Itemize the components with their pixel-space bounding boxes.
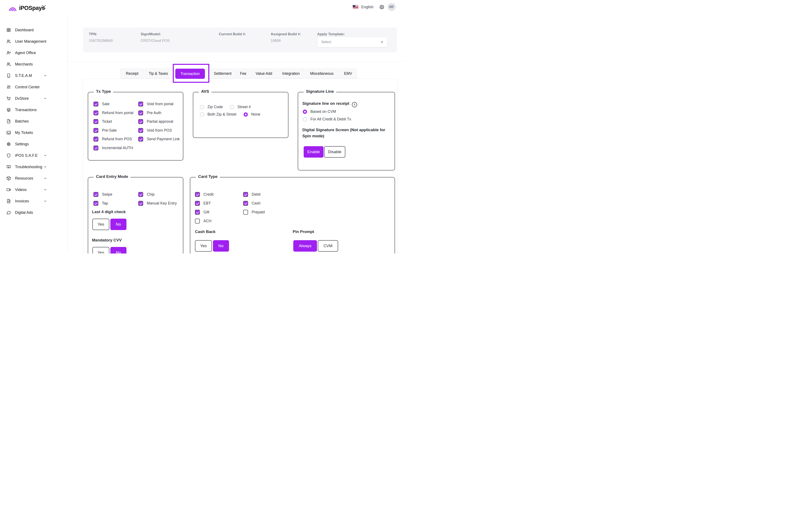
cash-back-yes-button[interactable]: Yes: [195, 240, 212, 251]
checkbox: [138, 128, 143, 133]
checkbox-ebt[interactable]: EBT: [195, 201, 211, 206]
sidebar-item-transactions[interactable]: Transactions: [0, 104, 67, 116]
sidebar-item-label: Digital Ads: [15, 210, 33, 215]
mandatory-cvv-heading: Mandatory CVV: [92, 238, 121, 242]
chevron-down-icon: [44, 200, 47, 203]
checkbox-void-from-pos[interactable]: Void from POS: [138, 128, 172, 133]
cash-back-no-button[interactable]: No: [213, 240, 229, 251]
checkbox-tap[interactable]: Tap: [94, 201, 108, 206]
pin-prompt-cvm-button[interactable]: CVM: [318, 240, 338, 251]
avatar[interactable]: MF: [388, 3, 396, 11]
sidebar-item-dashboard[interactable]: Dashboard: [0, 24, 67, 36]
checkbox-refund-from-portal[interactable]: Refund from portal: [94, 110, 134, 115]
last4-no-button[interactable]: No: [110, 219, 126, 230]
info-sign-model: Sign/Model: CRDT/Cloud POS: [141, 32, 169, 43]
checkbox-cash[interactable]: Cash: [243, 201, 260, 206]
help-icon[interactable]: ?: [352, 102, 357, 107]
sidebar-item-digital-ads[interactable]: Digital Ads: [0, 207, 67, 218]
sidebar-item-steam[interactable]: S.T.E.A.M: [0, 70, 67, 81]
checkbox-credit[interactable]: Credit: [195, 192, 214, 197]
language-selector[interactable]: English: [361, 5, 373, 9]
sidebar-item-videos[interactable]: Videos: [0, 184, 67, 195]
sidebar-item-label: Invoices: [15, 199, 29, 204]
checkbox-incremental-auth[interactable]: Incremental AUTH: [94, 146, 133, 151]
users-icon: [6, 62, 11, 66]
checkbox-refund-from-pos[interactable]: Refund from POS: [94, 137, 132, 142]
checkbox-void-from-portal[interactable]: Void from portal: [138, 102, 173, 107]
chevron-down-icon: [44, 97, 47, 100]
sidebar-item-invoices[interactable]: Invoices: [0, 195, 67, 207]
checkbox-prepaid[interactable]: Prepaid: [243, 210, 265, 215]
disable-button[interactable]: Disable: [324, 146, 345, 158]
checkbox-swipe[interactable]: Swipe: [94, 192, 112, 197]
checkbox-label: Credit: [203, 192, 214, 197]
sidebar-item-label: iPOS S.A.F.E: [15, 153, 38, 158]
radio-based-on-cvm[interactable]: Based on CVM: [303, 109, 336, 114]
radio-label: None: [251, 112, 260, 117]
gear-icon[interactable]: [379, 4, 385, 10]
apply-template-select[interactable]: Select ▼: [317, 37, 388, 47]
radio-zip-code[interactable]: Zip Code: [200, 105, 223, 109]
sidebar-item-label: Videos: [15, 187, 27, 192]
sidebar-item-troubleshooting[interactable]: Troubleshooting: [0, 161, 67, 173]
sidebar-item-batches[interactable]: Batches: [0, 116, 67, 127]
checkbox-pre-auth[interactable]: Pre Auth: [138, 110, 161, 115]
sidebar-item-user-management[interactable]: User Management: [0, 36, 67, 47]
radio: [230, 105, 234, 109]
tab-settlement[interactable]: Settlement: [210, 68, 235, 78]
video-icon: [6, 187, 11, 192]
checkbox-debit[interactable]: Debit: [243, 192, 260, 197]
shield-icon: [6, 153, 11, 158]
sidebar-item-resources[interactable]: Resources: [0, 173, 67, 184]
sidebar-item-my-tickets[interactable]: My Tickets: [0, 127, 67, 138]
radio-label: Zip Code: [207, 105, 223, 109]
checkbox-sale[interactable]: Sale: [94, 102, 109, 107]
last4-yes-button[interactable]: Yes: [92, 219, 109, 230]
checkbox-ach[interactable]: ACH: [195, 219, 211, 224]
checkbox-label: Cash: [252, 201, 260, 206]
sidebar-item-settings[interactable]: Settings: [0, 138, 67, 150]
radio-both-zip-street[interactable]: Both Zip & Street: [200, 112, 237, 117]
tab-tip-taxes[interactable]: Tip & Taxes: [145, 68, 172, 78]
checkbox: [94, 119, 98, 124]
radio-label: Street #: [238, 105, 251, 109]
button-label: Always: [299, 243, 311, 248]
radio-street[interactable]: Street #: [230, 105, 251, 109]
checkbox: [243, 192, 248, 197]
sidebar-item-ipos-safe[interactable]: iPOS S.A.F.E: [0, 150, 67, 161]
checkbox-chip[interactable]: Chip: [138, 192, 155, 197]
sidebar-item-label: User Management: [15, 39, 46, 44]
sidebar-item-dvstore[interactable]: DvStore: [0, 93, 67, 104]
checkbox-manual-key-entry[interactable]: Manual Key Entry: [138, 201, 177, 206]
sidebar-item-agent-office[interactable]: Agent Office: [0, 47, 67, 59]
sidebar-close-button[interactable]: [41, 4, 47, 10]
cvv-yes-button[interactable]: Yes: [92, 247, 109, 253]
tab-integration[interactable]: Integration: [277, 68, 305, 78]
radio: [303, 110, 307, 114]
chevron-down-icon: [44, 154, 47, 157]
checkbox-pre-sale[interactable]: Pre-Sale: [94, 128, 117, 133]
checkbox-send-payment-link[interactable]: Send Payment Link: [138, 137, 180, 142]
checkbox-label: Pre-Sale: [102, 128, 117, 133]
tab-miscellaneous[interactable]: Miscellaneous: [305, 68, 339, 78]
sidebar-item-control-center[interactable]: Control Center: [0, 81, 67, 93]
radio-all-credit-debit[interactable]: For All Credit & Debit Tx: [303, 117, 351, 121]
pin-prompt-always-button[interactable]: Always: [293, 240, 317, 251]
layers-icon: [6, 108, 11, 112]
checkbox-gift[interactable]: Gift: [195, 210, 209, 215]
checkbox-partial-approval[interactable]: Partial approval: [138, 119, 173, 124]
radio-none[interactable]: None: [244, 112, 260, 117]
cvv-no-button[interactable]: No: [110, 247, 126, 253]
checkbox-label: Refund from POS: [102, 137, 132, 141]
checkbox-label: Incremental AUTH: [102, 146, 133, 150]
tab-label: Transaction: [181, 72, 200, 76]
checkbox-ticket[interactable]: Ticket: [94, 119, 112, 124]
tab-transaction[interactable]: Transaction: [175, 69, 205, 79]
sidebar-item-merchants[interactable]: Merchants: [0, 59, 67, 70]
enable-button[interactable]: Enable: [304, 146, 323, 158]
tab-emv[interactable]: EMV: [339, 68, 357, 78]
chevron-down-icon: [44, 188, 47, 191]
tab-fee[interactable]: Fee: [236, 68, 250, 78]
tab-value-add[interactable]: Value Add: [251, 68, 277, 78]
tab-receipt[interactable]: Receipt: [120, 68, 144, 78]
